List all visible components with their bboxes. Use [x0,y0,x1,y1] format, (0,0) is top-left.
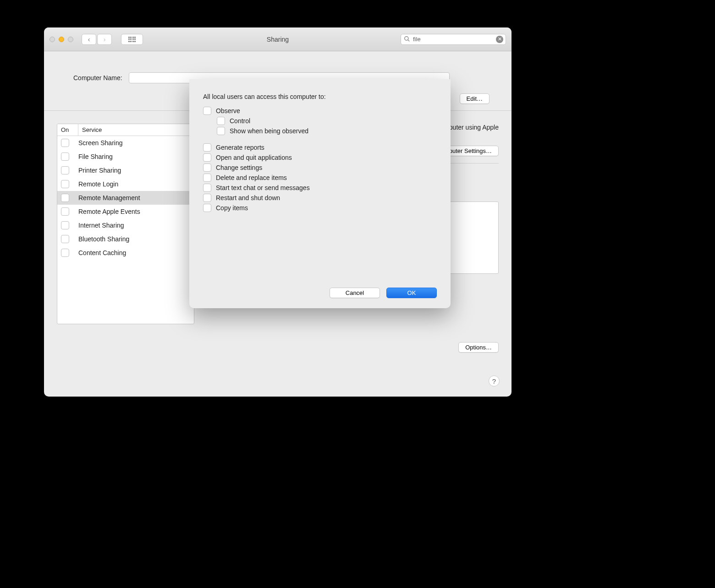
search-field-wrap: ✕ [401,34,506,45]
service-row-1[interactable]: File Sharing [57,150,194,163]
zoom-icon[interactable] [68,37,73,42]
permission-label: Start text chat or send messages [216,184,310,191]
permission-label: Generate reports [216,144,264,151]
permission-option-3: Generate reports [203,143,437,152]
permission-label: Control [230,117,250,125]
service-checkbox[interactable] [61,194,69,202]
search-input[interactable] [401,34,506,45]
service-table-header: On Service [57,124,194,136]
permission-checkbox[interactable] [203,184,211,192]
permission-checkbox[interactable] [203,107,211,115]
service-row-0[interactable]: Screen Sharing [57,136,194,150]
ok-button[interactable]: OK [386,288,437,298]
service-checkbox[interactable] [61,166,69,174]
col-on-header[interactable]: On [57,124,78,136]
service-table: On Service Screen SharingFile SharingPri… [57,124,194,324]
permission-label: Delete and replace items [216,174,287,181]
back-button[interactable]: ‹ [82,34,96,45]
service-checkbox[interactable] [61,221,69,229]
help-icon: ? [492,377,496,385]
service-row-4[interactable]: Remote Management [57,191,194,205]
edit-button[interactable]: Edit… [460,93,490,104]
cancel-button[interactable]: Cancel [330,288,380,298]
permission-checkbox[interactable] [203,194,211,202]
permission-option-4: Open and quit applications [203,153,437,162]
permission-label: Change settings [216,164,262,171]
svg-line-1 [408,39,410,41]
minimize-icon[interactable] [59,37,64,42]
nav-buttons: ‹ › [82,34,112,45]
help-button[interactable]: ? [489,376,500,387]
permission-option-0: Observe [203,107,437,115]
permission-option-2: Show when being observed [217,127,437,135]
preferences-window: ‹ › Sharing ✕ Computer Name: [44,27,512,397]
options-button[interactable]: Options… [458,342,499,353]
permission-option-8: Restart and shut down [203,194,437,202]
permission-option-9: Copy items [203,204,437,212]
service-checkbox[interactable] [61,235,69,243]
col-service-header[interactable]: Service [78,124,194,136]
service-label: Content Caching [78,249,126,256]
service-checkbox[interactable] [61,180,69,188]
service-row-7[interactable]: Bluetooth Sharing [57,232,194,246]
service-label: Printer Sharing [78,167,121,174]
permission-label: Restart and shut down [216,194,280,201]
sheet-actions: Cancel OK [330,288,437,298]
permission-label: Copy items [216,204,248,212]
service-row-6[interactable]: Internet Sharing [57,218,194,232]
permission-checkbox[interactable] [217,117,225,125]
service-checkbox[interactable] [61,139,69,147]
service-row-5[interactable]: Remote Apple Events [57,205,194,218]
chevron-right-icon: › [104,36,106,43]
service-label: File Sharing [78,153,113,160]
service-label: Remote Login [78,180,118,188]
sheet-title: All local users can access this computer… [203,93,437,100]
service-label: Bluetooth Sharing [78,235,129,243]
permission-checkbox[interactable] [203,204,211,212]
clear-search-icon[interactable]: ✕ [496,36,503,43]
permission-checkbox[interactable] [217,127,225,135]
permission-checkbox[interactable] [203,163,211,172]
permission-option-7: Start text chat or send messages [203,184,437,192]
permissions-sheet: All local users can access this computer… [189,79,451,308]
permission-label: Observe [216,107,240,114]
service-label: Remote Management [78,194,140,201]
permission-label: Show when being observed [230,127,308,135]
search-icon [404,36,410,44]
chevron-left-icon: ‹ [88,36,90,43]
permission-label: Open and quit applications [216,154,292,161]
svg-point-0 [405,36,408,40]
grid-icon [128,37,136,42]
service-checkbox[interactable] [61,152,69,161]
show-all-button[interactable] [121,34,143,45]
permission-option-5: Change settings [203,163,437,172]
service-label: Internet Sharing [78,222,124,229]
permission-option-1: Control [217,117,437,125]
permission-option-6: Delete and replace items [203,174,437,182]
service-row-8[interactable]: Content Caching [57,246,194,260]
close-icon[interactable] [50,37,55,42]
service-label: Screen Sharing [78,139,123,147]
traffic-lights [50,37,73,42]
permission-checkbox[interactable] [203,153,211,162]
service-row-2[interactable]: Printer Sharing [57,163,194,177]
service-label: Remote Apple Events [78,208,140,215]
service-row-3[interactable]: Remote Login [57,177,194,191]
service-checkbox[interactable] [61,207,69,216]
permission-checkbox[interactable] [203,174,211,182]
permission-checkbox[interactable] [203,143,211,152]
computer-name-label: Computer Name: [73,74,122,82]
titlebar: ‹ › Sharing ✕ [44,27,512,51]
forward-button[interactable]: › [97,34,112,45]
service-checkbox[interactable] [61,249,69,257]
